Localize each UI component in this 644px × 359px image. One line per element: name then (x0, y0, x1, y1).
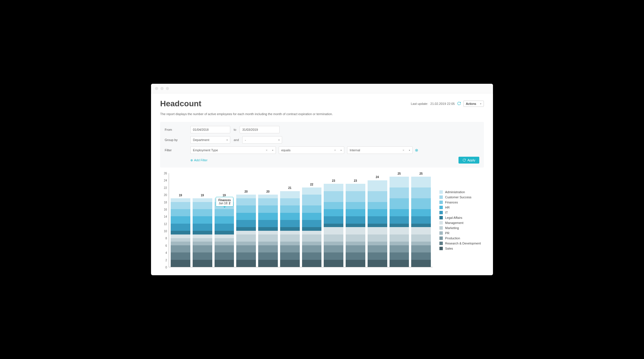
legend-item[interactable]: Marketing (439, 226, 484, 230)
chart-bar[interactable]: 21 (280, 191, 300, 267)
groupby2-select[interactable]: - ▾ (242, 136, 282, 144)
clear-icon[interactable]: × (266, 148, 268, 152)
chart-bar-segment (368, 245, 387, 252)
chart-bar-segment (324, 202, 343, 209)
filter-value-select[interactable]: Internal × ▾ (347, 146, 413, 154)
legend-item[interactable]: Legal Affairs (439, 216, 484, 219)
bar-total-label: 19 (193, 194, 212, 197)
chart-bar-segment (280, 191, 300, 198)
chart-bar-segment (411, 209, 431, 216)
legend-label: Research & Development (445, 242, 481, 245)
ytick: 20 (164, 193, 167, 197)
chart-bar-segment (346, 202, 365, 209)
add-filter-link[interactable]: ⊕ Add Filter (190, 158, 207, 162)
clear-icon[interactable]: × (334, 148, 336, 152)
window-dot-max[interactable] (166, 87, 169, 90)
window-dot-min[interactable] (160, 87, 164, 90)
legend-item[interactable]: Finances (439, 201, 484, 204)
chart-bar-segment (302, 260, 322, 267)
legend-item[interactable]: HR (439, 206, 484, 209)
legend-label: Administration (445, 190, 465, 194)
chart-bar-segment (368, 216, 387, 223)
chart-bar-segment (411, 260, 431, 267)
chart-bar[interactable]: 20 (236, 195, 256, 267)
legend-item[interactable]: Sales (439, 247, 484, 250)
filter-label: Filter (165, 148, 190, 152)
chart-bar[interactable]: 25 (411, 177, 431, 267)
groupby-label: Group by (165, 138, 190, 142)
ytick: 16 (164, 208, 167, 211)
ytick: 12 (164, 222, 167, 225)
apply-label: Apply (467, 158, 475, 162)
legend-swatch (439, 231, 443, 235)
chart-bar-segment (390, 242, 409, 245)
chart-legend: AdministrationCustomer SuccessFinancesHR… (433, 173, 484, 267)
chart-bar[interactable]: 23 (346, 184, 365, 267)
filter-op-select[interactable]: equals × ▾ (279, 146, 344, 154)
apply-button[interactable]: Apply (458, 157, 479, 164)
legend-item[interactable]: Administration (439, 190, 484, 194)
chart-bar-segment (171, 231, 190, 234)
bar-total-label: 23 (346, 179, 365, 182)
chart-bar[interactable]: 24 (368, 180, 387, 267)
legend-item[interactable]: PR (439, 231, 484, 235)
chart-bar[interactable]: 19 (171, 198, 190, 267)
chart-bar-segment (368, 252, 387, 260)
chart-bar-segment (258, 198, 278, 205)
legend-label: HR (445, 206, 450, 209)
ytick: 18 (164, 201, 167, 204)
clear-icon[interactable]: × (403, 148, 404, 152)
legend-item[interactable]: Production (439, 236, 484, 240)
groupby2-value: - (245, 138, 246, 142)
chart-bar-segment (258, 227, 278, 231)
legend-item[interactable]: Customer Success (439, 195, 484, 199)
chart-bar-segment (390, 209, 409, 216)
chart-bar-segment (324, 245, 343, 252)
chart-bar-segment (193, 252, 212, 260)
chart-bar-segment (193, 216, 212, 223)
chart-bar-segment (390, 260, 409, 267)
chart-bar-segment (346, 184, 365, 191)
to-date-input[interactable]: 31/03/2019 (240, 126, 280, 133)
chart-bar-segment (324, 191, 343, 202)
chart-bar-segment (236, 195, 256, 198)
chart-bar-segment (368, 209, 387, 216)
chart-bar-segment (411, 227, 431, 234)
chart-bar-segment (346, 224, 365, 227)
legend-item[interactable]: Research & Development (439, 242, 484, 245)
chart-bar-segment (258, 252, 278, 260)
chart-bar[interactable]: 19 (215, 198, 234, 267)
chart-bar[interactable]: 19 (193, 198, 212, 267)
chart-bar-segment (236, 227, 256, 231)
plus-icon: ⊕ (190, 158, 193, 162)
actions-dropdown[interactable]: Actions ▾ (463, 101, 484, 107)
chart-bar[interactable]: 20 (258, 195, 278, 267)
chart-bar-segment (411, 216, 431, 223)
chart-bar-segment (346, 260, 365, 267)
legend-item[interactable]: Management (439, 221, 484, 225)
chart-bar-segment (302, 195, 322, 205)
filters-panel: From 01/04/2018 to 31/03/2019 Group by D… (160, 122, 484, 168)
chart-bar-segment (215, 260, 234, 267)
bar-total-label: 24 (368, 176, 387, 179)
bar-total-label: 22 (302, 183, 322, 186)
window-dot-close[interactable] (155, 87, 158, 90)
chart-bar-segment (215, 238, 234, 242)
refresh-icon[interactable] (457, 101, 461, 106)
chart-bar-segment (390, 177, 409, 187)
chart-bar[interactable]: 22 (302, 187, 322, 267)
from-date-input[interactable]: 01/04/2018 (190, 126, 230, 133)
last-update-value: 21.02.2019 22:05 (430, 102, 455, 105)
chart-bar[interactable]: 25 (390, 177, 409, 267)
legend-item[interactable]: IT (439, 211, 484, 214)
legend-label: PR (445, 231, 449, 235)
filter-field-select[interactable]: Employment Type × ▾ (190, 146, 276, 154)
refresh-icon (462, 158, 466, 162)
groupby-select[interactable]: Department ▾ (190, 136, 230, 144)
remove-filter-icon[interactable]: ⊗ (415, 148, 418, 152)
chart-bar[interactable]: 23 (324, 184, 343, 267)
ytick: 6 (165, 244, 167, 247)
chart-bar-segment (171, 245, 190, 252)
chart-bar-segment (236, 213, 256, 220)
ytick: 26 (164, 172, 167, 175)
